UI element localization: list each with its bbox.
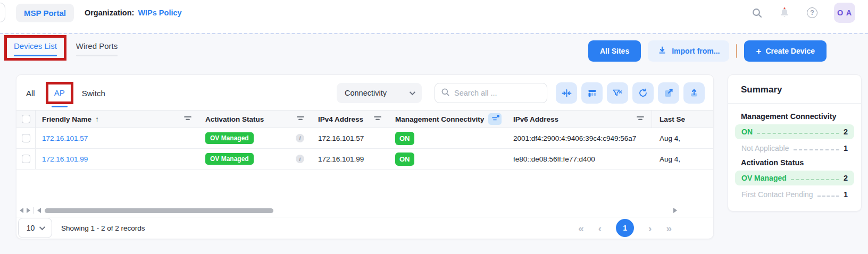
external-link-icon <box>663 88 674 98</box>
row-checkbox[interactable] <box>22 155 30 163</box>
dotted-leader <box>757 133 839 134</box>
connectivity-badge: ON <box>395 132 414 145</box>
plus-icon: + <box>756 47 761 56</box>
col-management-connectivity[interactable]: Management Connectivity <box>389 111 507 128</box>
info-icon[interactable]: i <box>296 134 304 142</box>
friendly-name-link[interactable]: 172.16.101.57 <box>42 134 88 142</box>
user-avatar[interactable]: O A <box>834 3 855 23</box>
active-filter-icon[interactable] <box>488 113 502 125</box>
col-ipv4-address[interactable]: IPv4 Address <box>312 111 389 128</box>
column-settings-button[interactable] <box>581 82 603 104</box>
table-row[interactable]: 172.16.101.99 OV Managed i 172.16.101.99… <box>16 149 713 170</box>
col-ipv4-address-label: IPv4 Address <box>318 115 363 123</box>
msp-portal-button[interactable]: MSP Portal <box>16 4 74 22</box>
import-from-button[interactable]: Import from... <box>648 40 729 62</box>
refresh-button[interactable] <box>632 82 654 104</box>
activation-status-badge: OV Managed <box>205 153 254 165</box>
table-row[interactable]: 172.16.101.57 OV Managed i 172.16.101.57… <box>16 128 713 149</box>
tab-wired-ports-label: Wired Ports <box>76 41 118 50</box>
help-icon[interactable]: ? <box>806 7 818 19</box>
filter-icon[interactable] <box>637 115 644 123</box>
type-tab-ap[interactable]: AP <box>54 88 65 97</box>
col-last-seen[interactable]: Last Se <box>652 111 713 128</box>
autosize-columns-button[interactable] <box>556 82 577 104</box>
scroll-right-icon[interactable] <box>27 208 30 213</box>
tab-wired-ports[interactable]: Wired Ports <box>74 41 120 56</box>
scroll-left-icon[interactable] <box>20 208 23 213</box>
summary-row-label: Not Applicable <box>741 144 789 153</box>
type-tab-all[interactable]: All <box>26 89 35 98</box>
info-icon[interactable]: i <box>296 155 304 163</box>
scrollbar-divider <box>34 207 34 214</box>
search-icon[interactable] <box>751 7 763 19</box>
create-device-label: Create Device <box>765 47 815 55</box>
open-external-button[interactable] <box>658 82 679 104</box>
dotted-leader <box>817 196 839 197</box>
summary-row-count: 1 <box>844 190 848 199</box>
tab-devices-list-label: Devices List <box>14 41 57 50</box>
msp-portal-page: MSP Portal Organization: WIPs Policy ? O… <box>0 0 868 254</box>
summary-row-not-applicable[interactable]: Not Applicable 1 <box>735 141 854 156</box>
last-seen-value: Aug 4, <box>660 155 680 163</box>
first-page-button[interactable]: « <box>578 223 584 233</box>
horizontal-scrollbar[interactable] <box>16 207 713 214</box>
col-ipv6-address[interactable]: IPv6 Address <box>507 111 652 128</box>
friendly-name-link[interactable]: 172.16.101.99 <box>42 155 88 163</box>
organization-label: Organization: <box>85 9 134 17</box>
annotation-box-ap: AP <box>46 82 73 104</box>
ipv6-value: fe80::de08:56ff:fe77:d400 <box>513 155 595 163</box>
scrollbar-thumb[interactable] <box>45 208 273 213</box>
ipv4-value: 172.16.101.57 <box>318 134 364 142</box>
summary-row-first-contact-pending[interactable]: First Contact Pending 1 <box>735 187 854 202</box>
filter-icon[interactable] <box>297 115 304 123</box>
summary-row-on[interactable]: ON 2 <box>735 124 854 139</box>
page-size-select[interactable]: 10 <box>18 218 52 238</box>
all-sites-button[interactable]: All Sites <box>588 40 641 62</box>
filter-active-dot <box>497 115 499 117</box>
organization-value-link[interactable]: WIPs Policy <box>138 9 181 17</box>
scroll-left-icon[interactable] <box>37 208 41 213</box>
current-page-button[interactable]: 1 <box>616 219 634 237</box>
annotation-box-devices-list: Devices List <box>4 35 66 61</box>
row-checkbox[interactable] <box>22 134 30 142</box>
summary-row-count: 2 <box>844 174 848 182</box>
last-page-button[interactable]: » <box>666 223 672 233</box>
col-ipv6-address-label: IPv6 Address <box>513 115 558 123</box>
connectivity-select[interactable]: Connectivity <box>337 83 422 103</box>
notifications-bell-icon[interactable] <box>779 7 790 19</box>
header-gap <box>0 26 868 33</box>
next-page-button[interactable]: › <box>648 223 652 233</box>
col-friendly-name[interactable]: Friendly Name ↑ <box>36 111 199 128</box>
filter-clear-icon <box>612 88 623 98</box>
all-sites-label: All Sites <box>600 47 629 55</box>
select-all-checkbox[interactable] <box>22 115 30 123</box>
help-glyph: ? <box>807 7 817 18</box>
select-all-cell <box>16 111 36 128</box>
sidebar-collapse-handle[interactable] <box>0 3 5 22</box>
autosize-columns-icon <box>562 88 572 98</box>
page-actions: All Sites Import from... + Create Device <box>588 40 827 62</box>
prev-page-button[interactable]: ‹ <box>598 223 602 233</box>
page-size-value: 10 <box>27 224 35 232</box>
type-tab-switch[interactable]: Switch <box>82 89 105 98</box>
summary-panel: Summary Management Connectivity ON 2 Not… <box>728 74 862 211</box>
filter-icon[interactable] <box>184 115 191 123</box>
scroll-right-icon[interactable] <box>673 208 677 213</box>
filter-icon[interactable] <box>374 115 381 123</box>
col-last-seen-label: Last Se <box>660 115 685 123</box>
columns-icon <box>587 88 597 98</box>
summary-row-count: 2 <box>844 128 848 136</box>
summary-row-label: ON <box>741 128 753 136</box>
summary-section-heading: Management Connectivity <box>735 111 854 124</box>
tab-devices-list[interactable]: Devices List <box>14 41 57 56</box>
col-activation-status[interactable]: Activation Status <box>199 111 312 128</box>
pagination: « ‹ 1 › » <box>578 219 672 237</box>
create-device-button[interactable]: + Create Device <box>744 40 827 62</box>
table-tool-buttons <box>556 82 705 104</box>
summary-row-count: 1 <box>844 144 848 153</box>
search-input[interactable] <box>454 89 534 97</box>
export-button[interactable] <box>683 82 705 104</box>
summary-row-ov-managed[interactable]: OV Managed 2 <box>735 171 854 185</box>
refresh-icon <box>638 88 648 98</box>
clear-filters-button[interactable] <box>607 82 628 104</box>
